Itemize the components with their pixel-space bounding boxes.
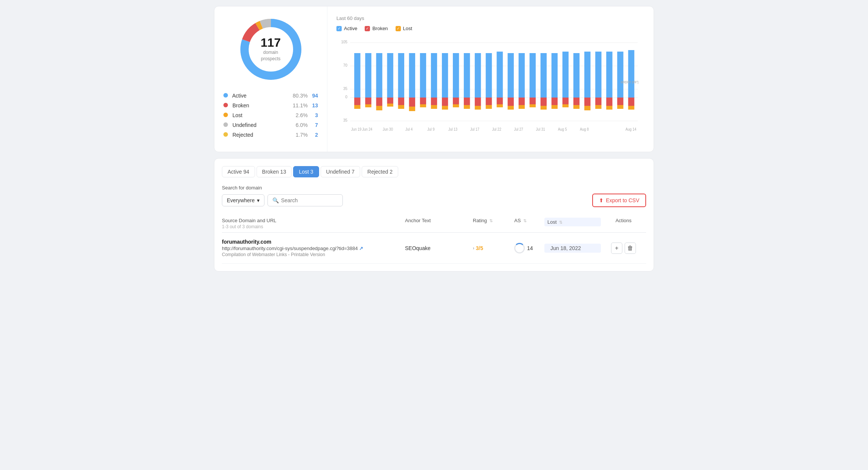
- legend-name: Rejected: [232, 132, 253, 138]
- svg-text:Jul 27: Jul 27: [514, 127, 523, 132]
- as-sort-icon[interactable]: ⇅: [523, 218, 527, 223]
- add-action-button[interactable]: +: [611, 243, 622, 254]
- chart-period: Last 60 days: [336, 15, 645, 21]
- rating-arrow: ›: [473, 246, 474, 251]
- upload-icon: ⬆: [599, 197, 604, 203]
- source-subheader: 1-3 out of 3 domains: [222, 224, 405, 229]
- search-input[interactable]: [281, 197, 338, 203]
- search-left: Everywhere ▾ 🔍: [222, 194, 343, 206]
- legend-dot-cell: Rejected: [223, 130, 281, 140]
- svg-rect-44: [453, 98, 459, 104]
- delete-action-button[interactable]: 🗑: [625, 243, 636, 254]
- tab-undefined[interactable]: Undefined 7: [321, 166, 361, 177]
- legend-dot-cell: Undefined: [223, 120, 281, 130]
- as-circle-icon: [514, 243, 525, 253]
- svg-rect-82: [595, 52, 601, 98]
- legend-row: Active 80.3% 94: [223, 91, 318, 101]
- top-stats-card: 117 domainprospects Active 80.3% 94 Brok…: [214, 6, 654, 152]
- legend-count: 13: [308, 101, 318, 110]
- source-header-label: Source Domain and URL: [222, 218, 405, 223]
- legend-pct: 1.7%: [281, 130, 308, 140]
- svg-rect-59: [507, 98, 513, 106]
- tab-lost[interactable]: Lost 3: [293, 166, 319, 177]
- svg-rect-42: [442, 106, 448, 110]
- status-tabs: Active 94Broken 13Lost 3Undefined 7Rejec…: [222, 166, 646, 177]
- chart-legend-checkbox[interactable]: ✓: [336, 26, 342, 31]
- svg-rect-24: [376, 106, 382, 110]
- search-input-wrap: 🔍: [267, 194, 343, 206]
- legend-dot-cell: Broken: [223, 101, 281, 110]
- chart-legend-checkbox[interactable]: ✓: [365, 26, 370, 31]
- rating-header-label: Rating ⇅: [473, 218, 514, 223]
- legend-name: Undefined: [232, 122, 257, 128]
- search-section: Search for domain Everywhere ▾ 🔍 ⬆ Expor…: [222, 185, 646, 207]
- chart-legend: ✓ Active ✓ Broken ✓ Lost: [336, 26, 645, 31]
- row-anchor: SEOquake: [405, 245, 473, 251]
- legend-dot-cell: Active: [223, 91, 281, 101]
- export-csv-button[interactable]: ⬆ Export to CSV: [592, 194, 646, 207]
- svg-rect-66: [530, 104, 536, 107]
- svg-text:Jul 17: Jul 17: [470, 127, 479, 132]
- svg-text:Jul 31: Jul 31: [536, 127, 545, 132]
- svg-rect-30: [398, 105, 404, 109]
- svg-rect-21: [365, 104, 371, 107]
- table-row: forumauthority.com http://forumauthority…: [222, 233, 646, 264]
- search-label: Search for domain: [222, 185, 646, 191]
- legend-row: Undefined 6.0% 7: [223, 120, 318, 130]
- svg-rect-68: [541, 98, 547, 106]
- svg-rect-27: [387, 104, 393, 107]
- legend-name: Lost: [232, 112, 242, 118]
- lost-sort-icon[interactable]: ⇅: [559, 220, 562, 224]
- actions-header-label: Actions: [601, 218, 646, 223]
- svg-rect-87: [606, 106, 612, 110]
- svg-rect-53: [486, 98, 492, 105]
- svg-rect-33: [409, 107, 415, 111]
- svg-rect-93: [628, 106, 634, 110]
- svg-rect-48: [464, 105, 470, 109]
- export-label: Export to CSV: [606, 197, 639, 203]
- svg-text:Jun 19: Jun 19: [351, 127, 361, 132]
- legend-row: Lost 2.6% 3: [223, 110, 318, 120]
- chart-legend-checkbox[interactable]: ✓: [396, 26, 401, 31]
- location-dropdown[interactable]: Everywhere ▾: [222, 194, 264, 206]
- legend-dot: [223, 93, 228, 98]
- rating-number: 3/5: [476, 245, 483, 251]
- tab-broken[interactable]: Broken 13: [257, 166, 292, 177]
- svg-rect-91: [628, 50, 634, 98]
- svg-text:105: 105: [341, 40, 347, 44]
- legend-pct: 6.0%: [281, 120, 308, 130]
- chart-bars: [354, 50, 634, 111]
- svg-rect-88: [617, 52, 623, 98]
- svg-rect-71: [552, 98, 558, 105]
- svg-rect-92: [628, 98, 634, 106]
- svg-rect-16: [354, 53, 360, 98]
- row-actions: + 🗑: [601, 243, 646, 254]
- row-source: forumauthority.com http://forumauthority…: [222, 239, 405, 257]
- tab-rejected[interactable]: Rejected 2: [362, 166, 398, 177]
- external-link-icon[interactable]: ↗: [359, 246, 363, 251]
- svg-rect-56: [497, 98, 503, 104]
- svg-text:Jul 22: Jul 22: [492, 127, 501, 132]
- svg-rect-78: [573, 105, 579, 109]
- legend-pct: 2.6%: [281, 110, 308, 120]
- legend-name: Broken: [232, 102, 249, 108]
- svg-rect-32: [409, 98, 415, 107]
- tab-active[interactable]: Active 94: [222, 166, 255, 177]
- search-icon: 🔍: [272, 197, 279, 203]
- svg-rect-37: [431, 53, 437, 98]
- rating-sort-icon[interactable]: ⇅: [489, 218, 493, 223]
- legend-row: Rejected 1.7% 2: [223, 130, 318, 140]
- as-number: 14: [527, 245, 533, 251]
- bottom-table-card: Active 94Broken 13Lost 3Undefined 7Rejec…: [214, 158, 654, 272]
- total-label: domainprospects: [261, 49, 281, 62]
- svg-rect-67: [541, 53, 547, 98]
- svg-text:Jul 13: Jul 13: [448, 127, 457, 132]
- svg-rect-70: [552, 53, 558, 98]
- svg-rect-49: [475, 53, 481, 98]
- svg-rect-81: [584, 106, 590, 110]
- legend-dot: [223, 103, 228, 107]
- domain-url: http://forumauthority.com/cgi-sys/suspen…: [222, 246, 405, 251]
- legend-pct: 11.1%: [281, 101, 308, 110]
- svg-rect-46: [464, 53, 470, 98]
- legend-count: 3: [308, 110, 318, 120]
